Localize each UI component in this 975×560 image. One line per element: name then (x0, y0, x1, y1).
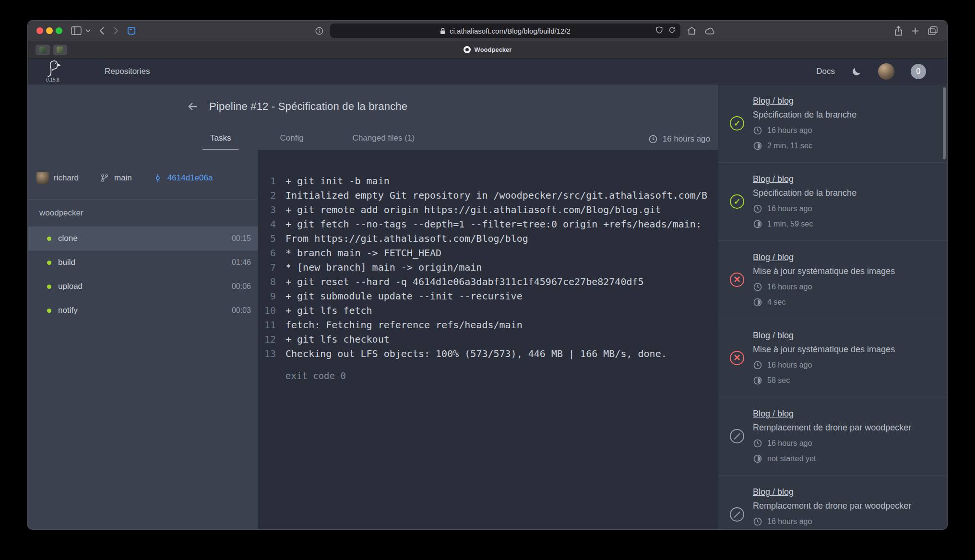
pipeline-message: Spécification de la branche (753, 110, 935, 120)
clock-icon (648, 134, 658, 144)
tab-title: Woodpecker (475, 46, 512, 53)
pipeline-message: Spécification de la branche (753, 188, 935, 198)
duration-icon (753, 454, 762, 464)
tab-group-icon[interactable] (127, 26, 136, 35)
log-line: 11fetch: Fetching reference refs/heads/m… (258, 318, 718, 332)
zoom-window-button[interactable] (56, 27, 62, 34)
pipeline-entry[interactable]: Blog / blog Remplacement de drone par wo… (718, 397, 947, 476)
pipeline-entry[interactable]: Blog / blog Spécification de la branche … (718, 163, 947, 241)
repo-link[interactable]: Blog / blog (753, 409, 794, 419)
step-status-dot-icon (47, 309, 51, 313)
woodpecker-favicon (464, 46, 471, 53)
pipeline-entry[interactable]: Blog / blog Mise à jour systématique des… (718, 319, 947, 397)
step-row[interactable]: notify 00:03 (28, 298, 258, 322)
home-icon[interactable] (687, 26, 696, 35)
pipeline-status-icon (730, 116, 744, 131)
step-name: notify (58, 306, 78, 315)
pipeline-message: Mise à jour systématique des images (753, 266, 935, 276)
log-line-text: * branch main -> FETCH_HEAD (285, 246, 441, 260)
clock-icon (753, 282, 762, 292)
clock-icon (753, 439, 762, 448)
pipeline-status-icon (730, 507, 744, 522)
back-to-repo-icon[interactable] (186, 100, 200, 113)
forward-button[interactable] (113, 26, 119, 35)
log-line-text: * [new branch] main -> origin/main (285, 260, 482, 274)
branch-icon (100, 173, 109, 183)
step-name: clone (58, 234, 78, 243)
author-item: richard (36, 172, 79, 184)
log-line: 1+ git init -b main (258, 174, 718, 188)
pinned-tab-1[interactable] (36, 45, 50, 55)
log-lines: 1+ git init -b main 2Initialized empty G… (258, 174, 718, 361)
icloud-tabs-icon[interactable] (705, 27, 715, 35)
pinned-tab-2[interactable] (53, 45, 67, 55)
pipeline-duration-row: 4 sec (753, 298, 935, 307)
privacy-badge-icon[interactable] (656, 26, 663, 36)
back-button[interactable] (99, 26, 105, 35)
chevron-down-icon[interactable] (85, 29, 91, 33)
sidebar-toggle-icon[interactable] (71, 26, 82, 35)
step-row[interactable]: upload 00:06 (28, 274, 258, 298)
pinned-tab-1-favicon (39, 47, 46, 53)
pipeline-entry[interactable]: Blog / blog Spécification de la branche … (718, 84, 947, 163)
log-line: 7* [new branch] main -> origin/main (258, 260, 718, 274)
log-line-number: 10 (258, 303, 276, 318)
commit-icon (153, 173, 163, 183)
step-duration: 00:15 (232, 234, 251, 243)
close-window-button[interactable] (36, 27, 43, 34)
notification-badge[interactable]: 0 (911, 64, 926, 79)
steps-panel: richard main (28, 150, 258, 529)
log-line-text: + git fetch --no-tags --depth=1 --filter… (285, 217, 702, 231)
repo-link[interactable]: Blog / blog (753, 487, 794, 497)
log-line-text: + git init -b main (285, 174, 390, 188)
log-line-number: 6 (258, 246, 276, 260)
build-meta-row: richard main (28, 150, 258, 200)
minimize-window-button[interactable] (46, 27, 53, 34)
log-panel[interactable]: 1+ git init -b main 2Initialized empty G… (258, 150, 718, 529)
share-icon[interactable] (894, 26, 903, 36)
log-line-number: 11 (258, 318, 276, 332)
pipeline-entry[interactable]: Blog / blog Mise à jour systématique des… (718, 241, 947, 319)
step-status-dot-icon (47, 261, 51, 265)
page-info-icon[interactable] (315, 27, 323, 35)
pipeline-tab[interactable]: Changed files (1) (345, 133, 422, 150)
log-line: 8+ git reset --hard -q 4614d1e06a3dabf31… (258, 274, 718, 289)
duration-icon (753, 219, 762, 229)
log-line-number: 2 (258, 188, 276, 203)
step-row[interactable]: build 01:46 (28, 250, 258, 274)
log-line: 10+ git lfs fetch (258, 303, 718, 318)
commit-hash-link[interactable]: 4614d1e06a (167, 173, 213, 183)
pipeline-duration-row: 58 sec (753, 376, 935, 385)
log-line-number: 4 (258, 217, 276, 231)
repo-link[interactable]: Blog / blog (753, 96, 794, 106)
reload-icon[interactable] (668, 26, 676, 36)
active-tab[interactable]: Woodpecker (464, 46, 512, 53)
sidebar-scrollbar[interactable] (943, 87, 946, 159)
repo-link[interactable]: Blog / blog (753, 252, 794, 262)
dark-mode-toggle-icon[interactable] (851, 66, 862, 77)
log-line-number: 8 (258, 274, 276, 289)
pipeline-duration-row: 2 min, 11 sec (753, 141, 935, 151)
pipeline-tab[interactable]: Config (272, 133, 311, 150)
log-line: 12+ git lfs checkout (258, 332, 718, 346)
user-avatar[interactable] (878, 63, 894, 80)
address-bar[interactable]: ci.athaliasoft.com/Blog/blog/build/12/2 (330, 24, 680, 38)
pipeline-status-icon (730, 273, 744, 287)
pipeline-entry[interactable]: Blog / blog Remplacement de drone par wo… (718, 476, 947, 529)
pipeline-tab[interactable]: Tasks (202, 133, 238, 150)
repo-link[interactable]: Blog / blog (753, 174, 794, 184)
pipeline-tab-bar: Tasks Config Changed files (1) (202, 133, 422, 150)
clock-icon (753, 126, 762, 135)
tab-overview-icon[interactable] (928, 26, 938, 35)
woodpecker-logo[interactable]: 0.15.8 (44, 60, 61, 83)
nav-docs-link[interactable]: Docs (816, 67, 835, 76)
commit-item: 4614d1e06a (153, 173, 213, 183)
log-line-number: 13 (258, 346, 276, 361)
nav-repositories-link[interactable]: Repositories (105, 67, 150, 76)
repo-link[interactable]: Blog / blog (753, 331, 794, 341)
log-line: 9+ git submodule update --init --recursi… (258, 289, 718, 303)
log-line: 3+ git remote add origin https://git.ath… (258, 203, 718, 217)
step-row[interactable]: clone 00:15 (28, 226, 258, 250)
step-status-dot-icon (47, 237, 51, 241)
new-tab-icon[interactable] (911, 27, 919, 35)
